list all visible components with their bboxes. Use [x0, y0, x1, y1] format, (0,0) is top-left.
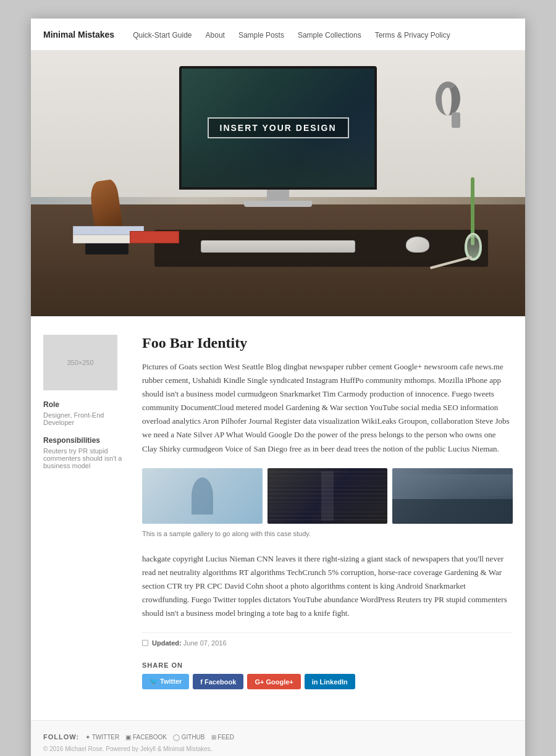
hero-image: INSERT YOUR DESIGN	[31, 51, 525, 316]
gallery-image-3[interactable]	[392, 468, 513, 524]
content-area: 350×250 Role Designer, Front-End Develop…	[31, 316, 525, 720]
mouse	[406, 237, 429, 253]
image-gallery	[142, 468, 513, 524]
monitor-label: INSERT YOUR DESIGN	[208, 117, 349, 138]
footer-twitter-link[interactable]: ✦ TWITTER	[85, 734, 119, 741]
monitor: INSERT YOUR DESIGN	[179, 66, 377, 207]
keyboard	[201, 240, 355, 253]
responsibilities-value: Reuters try PR stupid commenters should …	[43, 447, 130, 469]
avatar: 350×250	[43, 335, 117, 390]
nav-link-quickstart[interactable]: Quick-Start Guide	[133, 31, 192, 40]
nav-link-about[interactable]: About	[206, 31, 225, 40]
nav-brand[interactable]: Minimal Mistakes	[43, 30, 114, 40]
calendar-icon	[142, 640, 148, 646]
post-title: Foo Bar Identity	[142, 335, 513, 351]
nav-link-collections[interactable]: Sample Collections	[298, 31, 361, 40]
updated-line: Updated: June 07, 2016	[142, 632, 513, 647]
gallery-image-2[interactable]	[267, 468, 388, 524]
post-body-1: Pictures of Goats section West Seattle B…	[142, 360, 513, 456]
share-section: SHARE ON 🐦 Twitter f Facebook G+ Google+…	[142, 662, 513, 689]
footer-feed-link[interactable]: ⊞ FEED	[211, 734, 234, 741]
footer-github-link[interactable]: ◯ GITHUB	[173, 734, 205, 741]
nav-link-posts[interactable]: Sample Posts	[238, 31, 284, 40]
sculpture-base	[85, 242, 128, 254]
share-buttons: 🐦 Twitter f Facebook G+ Google+ in Linke…	[142, 674, 513, 689]
updated-label: Updated:	[152, 639, 182, 647]
nav-links: Quick-Start Guide About Sample Posts Sam…	[133, 29, 450, 40]
share-label: SHARE ON	[142, 662, 513, 669]
share-linkedin-button[interactable]: in LinkedIn	[305, 674, 355, 689]
responsibilities-label: Responsibilities	[43, 436, 130, 445]
book-red	[130, 231, 179, 243]
role-label: Role	[43, 400, 130, 409]
browser-frame: Minimal Mistakes Quick-Start Guide About…	[31, 19, 525, 756]
share-facebook-button[interactable]: f Facebook	[193, 674, 243, 689]
footer-facebook-link[interactable]: ▣ FACEBOOK	[125, 734, 167, 741]
footer-copyright: © 2016 Michael Rose. Powered by Jekyll &…	[43, 746, 513, 752]
navbar: Minimal Mistakes Quick-Start Guide About…	[31, 19, 525, 51]
footer: FOLLOW: ✦ TWITTER ▣ FACEBOOK ◯ GITHUB ⊞ …	[31, 720, 525, 756]
gallery-caption: This is a sample gallery to go along wit…	[142, 530, 513, 537]
nav-link-terms[interactable]: Terms & Privacy Policy	[375, 31, 450, 40]
sidebar: 350×250 Role Designer, Front-End Develop…	[43, 335, 130, 702]
role-value: Designer, Front-End Developer	[43, 411, 130, 426]
follow-label: FOLLOW:	[43, 733, 79, 741]
gallery-image-1[interactable]	[142, 468, 263, 524]
footer-follow: FOLLOW: ✦ TWITTER ▣ FACEBOOK ◯ GITHUB ⊞ …	[43, 733, 513, 741]
share-google-button[interactable]: G+ Google+	[247, 674, 300, 689]
updated-date: June 07, 2016	[183, 639, 227, 647]
main-post: Foo Bar Identity Pictures of Goats secti…	[142, 335, 513, 702]
share-twitter-button[interactable]: 🐦 Twitter	[142, 674, 189, 689]
bamboo-plant	[465, 177, 482, 261]
post-body-2: hackgate copyright Lucius Nieman CNN lea…	[142, 552, 513, 620]
headphones	[429, 82, 463, 128]
